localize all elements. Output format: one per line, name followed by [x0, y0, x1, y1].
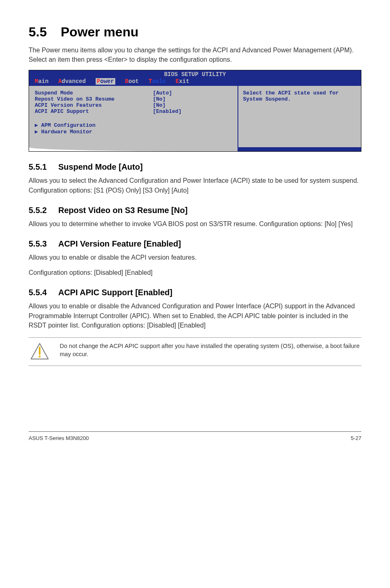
section-title-text: Power menu — [61, 25, 138, 39]
bios-row-label: ACPI APIC Support — [35, 108, 153, 114]
bios-submenu-label: APM Configuration — [41, 122, 96, 128]
bios-tab-bar: Main Advanced Power Boot Tools Exit — [29, 78, 361, 86]
bios-help-text: Select the ACPI state used for System Su… — [243, 90, 356, 102]
subsection-paragraph: Allows you to select the Advanced Config… — [29, 176, 361, 195]
warning-text: Do not change the ACPI APIC support afte… — [60, 342, 360, 359]
subsection-heading-acpi-version: 5.5.3ACPI Version Feature [Enabled] — [29, 239, 361, 249]
bios-row-label: Suspend Mode — [35, 90, 153, 96]
bios-row-label: Repost Video on S3 Resume — [35, 96, 153, 102]
subsection-heading-suspend-mode: 5.5.1Suspend Mode [Auto] — [29, 162, 361, 172]
bios-row-value: [Enabled] — [153, 108, 232, 114]
bios-screen: BIOS SETUP UTILITY Main Advanced Power B… — [29, 70, 361, 152]
bios-tab-exit[interactable]: Exit — [176, 78, 190, 85]
bios-row-repost-video[interactable]: Repost Video on S3 Resume [No] — [35, 96, 232, 102]
bios-bottom-curve — [29, 147, 361, 151]
bios-row-value: [Auto] — [153, 90, 232, 96]
section-heading: 5.5Power menu — [29, 25, 361, 40]
section-number: 5.5 — [29, 25, 47, 40]
bios-submenu-apm[interactable]: ▶APM Configuration — [35, 122, 232, 128]
bios-tab-boot[interactable]: Boot — [125, 78, 139, 85]
svg-point-2 — [39, 355, 41, 357]
bios-tab-advanced[interactable]: Advanced — [58, 78, 86, 85]
subsection-title: Repost Video on S3 Resume [No] — [58, 206, 187, 215]
triangle-icon: ▶ — [35, 129, 38, 135]
subsection-paragraph: Configuration options: [Disabled] [Enabl… — [29, 268, 361, 277]
warning-icon — [30, 342, 49, 361]
footer-left: ASUS T-Series M3N8200 — [29, 435, 89, 441]
subsection-number: 5.5.1 — [29, 162, 47, 172]
bios-body: Suspend Mode [Auto] Repost Video on S3 R… — [29, 86, 361, 147]
subsection-title: Suspend Mode [Auto] — [58, 162, 143, 171]
subsection-heading-repost-video: 5.5.2Repost Video on S3 Resume [No] — [29, 206, 361, 215]
bios-tab-main[interactable]: Main — [35, 78, 49, 85]
bios-tab-tools[interactable]: Tools — [148, 78, 166, 85]
bios-row-acpi-version[interactable]: ACPI Version Features [No] — [35, 102, 232, 108]
bios-submenu-label: Hardware Monitor — [41, 129, 92, 135]
bios-submenu-group: ▶APM Configuration ▶Hardware Monitor — [35, 122, 232, 135]
bios-tab-power[interactable]: Power — [96, 78, 115, 85]
bios-row-suspend-mode[interactable]: Suspend Mode [Auto] — [35, 90, 232, 96]
page-footer: ASUS T-Series M3N8200 5-27 — [29, 431, 361, 441]
bios-row-acpi-apic[interactable]: ACPI APIC Support [Enabled] — [35, 108, 232, 114]
bios-row-label: ACPI Version Features — [35, 102, 153, 108]
subsection-title: ACPI Version Feature [Enabled] — [58, 239, 181, 248]
triangle-icon: ▶ — [35, 122, 38, 128]
bios-help-panel: Select the ACPI state used for System Su… — [238, 86, 361, 147]
footer-right: 5-27 — [351, 435, 361, 441]
bios-submenu-hardware-monitor[interactable]: ▶Hardware Monitor — [35, 128, 232, 135]
subsection-title: ACPI APIC Support [Enabled] — [58, 288, 172, 297]
bios-row-value: [No] — [153, 102, 232, 108]
bios-header: BIOS SETUP UTILITY — [29, 70, 361, 78]
warning-note: Do not change the ACPI APIC support afte… — [29, 337, 361, 366]
subsection-paragraph: Allows you to enable or disable the ACPI… — [29, 253, 361, 262]
subsection-number: 5.5.3 — [29, 239, 47, 249]
bios-left-panel: Suspend Mode [Auto] Repost Video on S3 R… — [29, 86, 238, 147]
section-intro: The Power menu items allow you to change… — [29, 45, 361, 64]
bios-row-value: [No] — [153, 96, 232, 102]
subsection-number: 5.5.2 — [29, 206, 47, 215]
subsection-heading-acpi-apic: 5.5.4ACPI APIC Support [Enabled] — [29, 288, 361, 297]
subsection-paragraph: Allows you to determine whether to invok… — [29, 219, 361, 229]
subsection-number: 5.5.4 — [29, 288, 47, 297]
subsection-paragraph: Allows you to enable or disable the Adva… — [29, 301, 361, 330]
